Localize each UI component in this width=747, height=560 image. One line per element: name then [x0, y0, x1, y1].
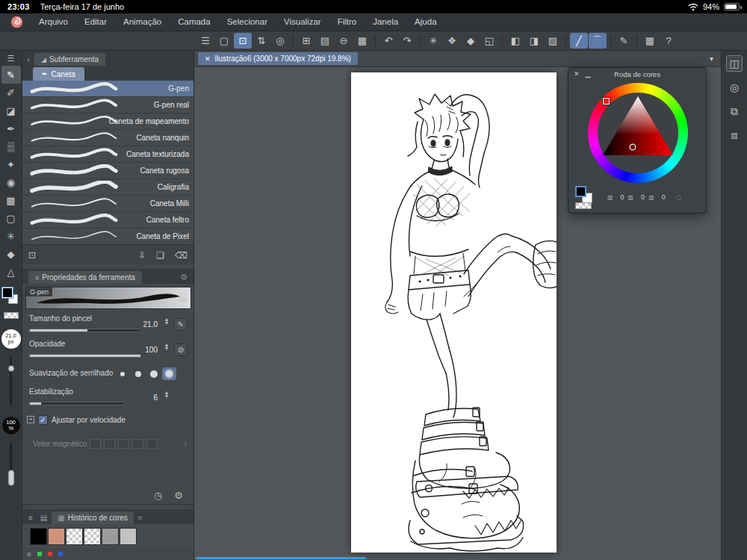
clear-icon[interactable]: ✳ — [424, 33, 442, 49]
crop-icon[interactable]: ◱ — [480, 33, 498, 49]
menu-arquivo[interactable]: Arquivo — [31, 13, 76, 31]
hue-ring[interactable] — [588, 83, 688, 183]
brush-size-badge[interactable]: 21.0 px — [1, 329, 21, 349]
panel-toggle-icon[interactable]: ◫ — [726, 55, 743, 72]
layer-property-icon[interactable]: ⧈ — [726, 127, 743, 143]
history-clock-icon[interactable]: ◷ — [154, 490, 162, 501]
fill-shape-icon[interactable]: ◆ — [462, 33, 480, 49]
brush-item-caligrafia[interactable]: Caligrafia — [22, 179, 193, 196]
brush-item-g-pen[interactable]: G-pen — [22, 81, 193, 97]
opacity-slider[interactable] — [29, 354, 141, 358]
nib-tool[interactable]: ✒ — [1, 119, 21, 137]
saturation-value[interactable]: 0 — [637, 193, 645, 201]
undo-icon[interactable]: ↶ — [379, 33, 397, 49]
layer-hatch-icon[interactable]: ▨ — [544, 33, 562, 49]
value-value[interactable]: 0 — [658, 193, 666, 201]
grid-icon[interactable]: ▦ — [353, 33, 371, 49]
menu-janela[interactable]: Janela — [365, 13, 406, 31]
decoration-tool[interactable]: ✦ — [1, 155, 21, 173]
marker-tool[interactable]: ✐ — [1, 84, 21, 102]
foreground-color-chip[interactable] — [2, 287, 13, 298]
rotate-icon[interactable]: ◎ — [271, 33, 289, 49]
folder-icon[interactable]: ▤ — [316, 33, 334, 49]
layers-icon[interactable]: ⧉ — [726, 103, 743, 119]
layer-half-left-icon[interactable]: ◧ — [506, 33, 524, 49]
blend-tool[interactable]: ◉ — [1, 173, 21, 191]
tab-caneta[interactable]: ✒ Caneta — [33, 67, 84, 81]
brush-size-dynamics-button[interactable]: ✎ — [174, 318, 187, 331]
marquee-icon[interactable]: ▢ — [215, 33, 233, 49]
redo-icon[interactable]: ↷ — [398, 33, 416, 49]
tab-propriedades[interactable]: ≡ Propriedades da ferramenta — [28, 271, 142, 284]
tab-historico-de-cores[interactable]: ▦ Histórico de cores — [52, 511, 133, 524]
cells-icon[interactable]: ▤ — [37, 514, 50, 524]
clip-studio-logo-icon[interactable] — [10, 16, 23, 28]
opacity-dynamics-button[interactable]: ⊘ — [174, 343, 187, 356]
duplicate-icon[interactable]: ❏ — [156, 250, 164, 261]
wand-tool[interactable]: ✳ — [1, 227, 21, 245]
opacity-vertical-slider[interactable] — [10, 443, 12, 486]
antialias-strong-button[interactable] — [162, 367, 176, 380]
transparent-color-chip[interactable] — [4, 312, 19, 319]
brush-item-caneta-nanquin[interactable]: Caneta nanquin — [22, 130, 193, 146]
menu-filtro[interactable]: Filtro — [329, 13, 365, 31]
close-icon[interactable]: ✕ — [574, 70, 580, 78]
antialias-medium-button[interactable] — [146, 367, 161, 380]
color-swatch[interactable] — [120, 528, 137, 545]
trash-icon[interactable]: ⌫ — [175, 250, 187, 261]
edit-pen-icon[interactable]: ✎ — [615, 33, 633, 49]
menu-animacao[interactable]: Animação — [115, 13, 170, 31]
foreground-background-chips[interactable] — [1, 287, 21, 309]
edit-selection-icon[interactable]: ⊡ — [28, 250, 36, 261]
antialias-none-button[interactable] — [115, 367, 129, 380]
minimize-icon[interactable]: ▁ — [586, 70, 591, 78]
help-icon[interactable]: ? — [660, 33, 678, 49]
figure-tool[interactable]: △ — [1, 263, 21, 281]
brush-item-caneta-de-mapeamento[interactable]: Caneta de mapeamento — [22, 113, 193, 130]
slider-thumb[interactable] — [7, 365, 14, 372]
object-tool-icon[interactable]: ⊡ — [234, 33, 252, 49]
wave-icon[interactable]: ≈ — [135, 514, 146, 524]
stabilization-value[interactable]: 6 — [153, 393, 158, 402]
chevron-right-icon[interactable]: › — [185, 440, 187, 448]
stabilization-slider[interactable] — [29, 402, 125, 405]
list-icon[interactable]: ≡ — [27, 550, 31, 559]
navigator-icon[interactable]: ◎ — [726, 79, 743, 96]
menu-selecionar[interactable]: Selecionar — [219, 13, 276, 31]
list-icon[interactable]: ≡ — [25, 514, 36, 524]
selection-tool[interactable]: ▢ — [1, 209, 21, 227]
color-swatch[interactable] — [84, 528, 101, 545]
opacity-value[interactable]: 100 — [145, 346, 158, 354]
opacity-badge[interactable]: 100 % — [1, 416, 21, 435]
settings-wrench-icon[interactable]: ⚙ — [174, 490, 183, 501]
document-tab[interactable]: ✕ Ilustração6 (3000 x 7000px 72dpi 19.8%… — [198, 52, 358, 65]
color-swatch[interactable] — [102, 528, 119, 545]
horizontal-scrollbar[interactable] — [196, 557, 366, 559]
menu-ajuda[interactable]: Ajuda — [406, 13, 444, 31]
brush-size-slider[interactable] — [29, 329, 141, 332]
document-canvas[interactable] — [351, 72, 557, 553]
transparent-color-chip[interactable] — [575, 202, 592, 209]
layer-half-right-icon[interactable]: ◨ — [525, 33, 543, 49]
export-icon[interactable]: ⊖ — [335, 33, 353, 49]
color-swatch[interactable] — [30, 528, 47, 545]
brush-item-g-pen-real[interactable]: G-pen real — [22, 97, 193, 113]
tool-strip-menu-icon[interactable]: ☰ — [7, 51, 15, 66]
color-swatch[interactable] — [48, 528, 65, 545]
brush-size-value[interactable]: 21.0 — [143, 320, 158, 329]
brush-item-caneta-milli[interactable]: Caneta Milli — [22, 196, 193, 212]
line-tool-icon[interactable]: ╱ — [570, 33, 588, 49]
wheel-mode-icon[interactable]: ◌ — [677, 192, 682, 202]
gradient-tool[interactable]: ▩ — [1, 191, 21, 209]
swap-arrows-icon[interactable]: ⇅ — [252, 33, 270, 49]
curve-tool-icon[interactable]: ⌒ — [589, 33, 607, 49]
chevron-down-icon[interactable]: ▾ — [710, 55, 713, 63]
brush-size-vertical-slider[interactable] — [10, 356, 12, 405]
new-layer-icon[interactable]: ⊞ — [297, 33, 315, 49]
brush-item-caneta-feltro[interactable]: Caneta feltro — [22, 212, 193, 228]
airbrush-tool[interactable]: ▒ — [1, 137, 21, 155]
brush-item-caneta-texturizada[interactable]: Caneta texturizada — [22, 146, 193, 163]
foreground-color-chip[interactable] — [575, 186, 586, 197]
brush-size-stepper[interactable]: ▴▾ — [165, 318, 168, 326]
expand-icon[interactable]: + — [27, 416, 34, 423]
